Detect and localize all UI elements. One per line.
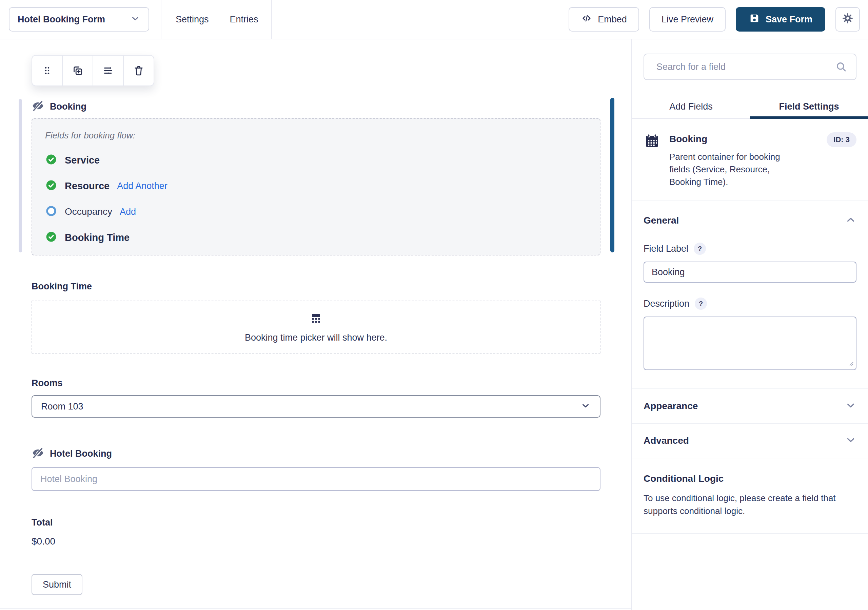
- hotel-booking-input[interactable]: [31, 467, 600, 491]
- booking-group-container: Fields for booking flow: Service Resourc…: [31, 118, 600, 256]
- chevron-up-icon: [845, 214, 857, 227]
- booking-item-service: Service: [45, 153, 586, 167]
- sidebar-divider: [632, 458, 868, 458]
- form-settings-gear-button[interactable]: [835, 7, 860, 31]
- selected-field-info: Booking Parent container for booking fie…: [643, 132, 857, 188]
- booking-flow-hint: Fields for booking flow:: [45, 130, 586, 141]
- description-label: Description: [643, 298, 689, 309]
- embed-label: Embed: [598, 14, 627, 25]
- embed-button[interactable]: Embed: [569, 7, 639, 31]
- selected-field-indicator: [610, 98, 614, 252]
- live-preview-button[interactable]: Live Preview: [649, 7, 725, 31]
- conditional-logic-title: Conditional Logic: [643, 473, 857, 484]
- rooms-selected-value: Room 103: [41, 401, 580, 412]
- header-divider: [161, 0, 161, 39]
- status-pending-icon: [45, 205, 57, 219]
- booking-item-occupancy: Occupancy Add: [45, 205, 586, 219]
- submit-label: Submit: [43, 579, 71, 590]
- save-icon: [749, 12, 760, 26]
- booking-item-resource: Resource Add Another: [45, 179, 586, 193]
- field-id-badge: ID: 3: [827, 132, 857, 147]
- booking-item-booking-time: Booking Time: [45, 230, 586, 245]
- field-hover-bar: [19, 99, 22, 252]
- header-nav: Settings Entries: [176, 14, 258, 25]
- submit-button[interactable]: Submit: [31, 574, 82, 595]
- status-complete-icon: [45, 153, 57, 167]
- gear-icon: [841, 12, 854, 27]
- live-preview-label: Live Preview: [662, 14, 713, 25]
- top-bar: Hotel Booking Form Settings Entries Embe…: [0, 0, 868, 39]
- calendar-icon: [643, 132, 660, 188]
- status-complete-icon: [45, 179, 57, 193]
- drag-handle[interactable]: [32, 56, 62, 85]
- hotel-booking-label: Hotel Booking: [50, 449, 112, 459]
- advanced-section-toggle[interactable]: Advanced: [643, 424, 857, 458]
- header-actions: Embed Live Preview Save Form: [569, 7, 868, 31]
- booking-group-label: Booking: [50, 101, 87, 112]
- chevron-down-icon: [580, 400, 591, 413]
- save-form-button[interactable]: Save Form: [736, 7, 825, 31]
- field-settings-sidebar: Add Fields Field Settings Booking Parent…: [631, 39, 868, 610]
- chevron-down-icon: [845, 434, 857, 447]
- booking-time-placeholder-text: Booking time picker will show here.: [245, 332, 387, 343]
- form-selector-dropdown[interactable]: Hotel Booking Form: [9, 7, 149, 31]
- tab-field-settings[interactable]: Field Settings: [750, 95, 868, 118]
- header-divider: [271, 0, 272, 39]
- sidebar-divider: [632, 200, 868, 201]
- general-section-toggle[interactable]: General: [643, 214, 857, 227]
- sidebar-divider: [632, 533, 868, 534]
- booking-time-label: Booking Time: [31, 281, 600, 292]
- field-label-label: Field Label: [643, 244, 688, 254]
- field-label-input[interactable]: [643, 262, 857, 282]
- chevron-down-icon: [130, 14, 140, 25]
- duplicate-field-button[interactable]: [62, 56, 93, 85]
- delete-field-button[interactable]: [123, 56, 153, 85]
- search-input[interactable]: [643, 54, 857, 80]
- total-label: Total: [31, 517, 600, 528]
- selected-field-title: Booking: [669, 133, 818, 144]
- field-label-help-icon[interactable]: ?: [694, 242, 706, 255]
- code-icon: [581, 12, 592, 26]
- advanced-section-title: Advanced: [643, 435, 689, 446]
- save-form-label: Save Form: [766, 14, 812, 25]
- table-grid-icon: [308, 312, 324, 328]
- rooms-select[interactable]: Room 103: [31, 395, 600, 418]
- tab-add-fields[interactable]: Add Fields: [632, 95, 750, 118]
- field-settings-button[interactable]: [93, 56, 123, 85]
- description-textarea[interactable]: [643, 317, 857, 370]
- canvas-bottom-border: [0, 608, 631, 608]
- add-another-link[interactable]: Add Another: [117, 181, 167, 191]
- status-complete-icon: [45, 231, 57, 244]
- booking-group-field[interactable]: Booking Fields for booking flow: Service…: [31, 99, 600, 256]
- field-toolbar: [31, 55, 154, 86]
- nav-entries[interactable]: Entries: [230, 14, 258, 25]
- general-section-title: General: [643, 215, 679, 226]
- hidden-eye-slash-icon: [31, 447, 44, 461]
- conditional-logic-message: To use conditional logic, please create …: [643, 492, 857, 517]
- appearance-section-toggle[interactable]: Appearance: [643, 389, 857, 423]
- chevron-down-icon: [845, 400, 857, 413]
- hidden-eye-slash-icon: [31, 99, 44, 114]
- form-editor-canvas: Booking Fields for booking flow: Service…: [0, 39, 631, 610]
- form-title: Hotel Booking Form: [18, 14, 130, 25]
- rooms-label: Rooms: [31, 378, 600, 388]
- description-help-icon[interactable]: ?: [695, 298, 707, 310]
- sidebar-tabs: Add Fields Field Settings: [632, 95, 868, 119]
- search-icon: [835, 61, 848, 75]
- total-value: $0.00: [31, 536, 600, 547]
- appearance-section-title: Appearance: [643, 400, 698, 411]
- add-link[interactable]: Add: [120, 206, 136, 217]
- nav-settings[interactable]: Settings: [176, 14, 209, 25]
- booking-time-field[interactable]: Booking time picker will show here.: [31, 301, 600, 354]
- selected-field-description: Parent container for booking fields (Ser…: [669, 151, 791, 188]
